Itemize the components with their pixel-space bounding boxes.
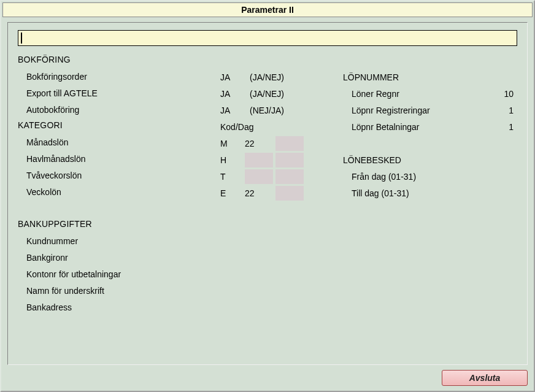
grey-box[interactable]	[275, 136, 304, 151]
kod-halvmanadslon[interactable]: H	[220, 155, 245, 165]
window-title: Parametrar II	[241, 5, 294, 15]
value-loner-regnr[interactable]: 10	[504, 89, 514, 99]
row-loner-regnr: Löner Regnr 10	[343, 85, 517, 102]
content-frame: BOKFÖRING Bokföringsorder Export till AG…	[7, 22, 528, 365]
value-row: JA (JA/NEJ)	[220, 85, 343, 102]
row-lopnr-betalningar: Löpnr Betalningar 1	[343, 118, 517, 135]
text-caret	[21, 33, 22, 44]
hint-bokforingsorder: (JA/NEJ)	[250, 72, 284, 82]
label-till-dag: Till dag (01-31)	[352, 188, 409, 198]
value-lopnr-betalningar[interactable]: 1	[509, 122, 514, 132]
left-column: BOKFÖRING Bokföringsorder Export till AG…	[18, 52, 220, 315]
right-column: LÖPNUMMER Löner Regnr 10 Löpnr Registrer…	[343, 52, 517, 315]
label-tvaveckorslon: Tvåveckorslön	[18, 167, 220, 183]
dag-manadslon[interactable]: 22	[245, 139, 269, 148]
section-bokforing: BOKFÖRING	[18, 55, 220, 64]
dag-veckolon[interactable]: 22	[245, 188, 269, 198]
hint-export-agtele: (JA/NEJ)	[250, 89, 284, 99]
section-kategori: KATEGORI	[18, 120, 220, 130]
window: Parametrar II BOKFÖRING Bokföringsorder …	[0, 0, 535, 392]
label-fran-dag: Från dag (01-31)	[352, 172, 416, 182]
kod-tvaveckorslon[interactable]: T	[220, 172, 245, 182]
grey-box[interactable]	[275, 186, 304, 201]
value-row: JA (JA/NEJ)	[220, 69, 343, 85]
spacer	[343, 135, 517, 152]
footer: Avsluta	[1, 367, 534, 391]
label-bokforingsorder: Bokföringsorder	[18, 68, 220, 85]
grey-box[interactable]	[275, 153, 304, 167]
label-kundnummer: Kundnummer	[18, 233, 220, 249]
value-autobokforing[interactable]: JA	[220, 106, 250, 115]
title-bar: Parametrar II	[2, 2, 533, 17]
value-lopnr-registreringar[interactable]: 1	[509, 106, 514, 115]
label-autobokforing: Autobokföring	[18, 101, 220, 118]
label-bankgironr: Bankgironr	[18, 249, 220, 266]
dag-halvmanadslon-box[interactable]	[245, 153, 273, 167]
section-lonebesked: LÖNEBESKED	[343, 152, 517, 168]
section-bank: BANKUPPGIFTER	[18, 219, 220, 229]
spacer	[220, 52, 343, 69]
kategori-row-2: T	[220, 168, 343, 185]
row-lopnr-registreringar: Löpnr Registreringar 1	[343, 102, 517, 118]
label-kontonr: Kontonr för utbetalningar	[18, 266, 220, 282]
close-button[interactable]: Avsluta	[442, 370, 528, 386]
label-export-agtele: Export till AGTELE	[18, 85, 220, 101]
kod-manadslon[interactable]: M	[220, 139, 245, 148]
kod-veckolon[interactable]: E	[220, 188, 245, 198]
label-veckolon: Veckolön	[18, 183, 220, 200]
row-till-dag: Till dag (01-31)	[343, 185, 517, 201]
hint-autobokforing: (NEJ/JA)	[250, 106, 284, 115]
koddag-header: Kod/Dag	[220, 118, 343, 135]
label-lopnr-betalningar: Löpnr Betalningar	[352, 122, 420, 132]
kategori-row-3: E 22	[220, 185, 343, 201]
label-underskrift: Namn för underskrift	[18, 282, 220, 299]
value-export-agtele[interactable]: JA	[220, 89, 250, 99]
columns: BOKFÖRING Bokföringsorder Export till AG…	[18, 52, 517, 315]
value-row: JA (NEJ/JA)	[220, 102, 343, 118]
label-manadslon: Månadslön	[18, 134, 220, 150]
spacer	[18, 200, 220, 217]
row-fran-dag: Från dag (01-31)	[343, 168, 517, 185]
label-bankadress: Bankadress	[18, 299, 220, 315]
label-lopnr-registreringar: Löpnr Registreringar	[352, 106, 430, 115]
grey-box[interactable]	[275, 169, 304, 184]
main-input[interactable]	[18, 30, 517, 46]
dag-tvaveckorslon-box[interactable]	[245, 169, 273, 184]
kategori-row-1: H	[220, 152, 343, 168]
value-bokforingsorder[interactable]: JA	[220, 72, 250, 82]
section-lopnummer: LÖPNUMMER	[343, 69, 517, 85]
label-loner-regnr: Löner Regnr	[352, 89, 399, 99]
kategori-row-0: M 22	[220, 135, 343, 152]
label-halvmanadslon: Havlmånadslön	[18, 150, 220, 167]
spacer	[343, 52, 517, 69]
middle-column: JA (JA/NEJ) JA (JA/NEJ) JA (NEJ/JA) Kod/…	[220, 52, 343, 315]
